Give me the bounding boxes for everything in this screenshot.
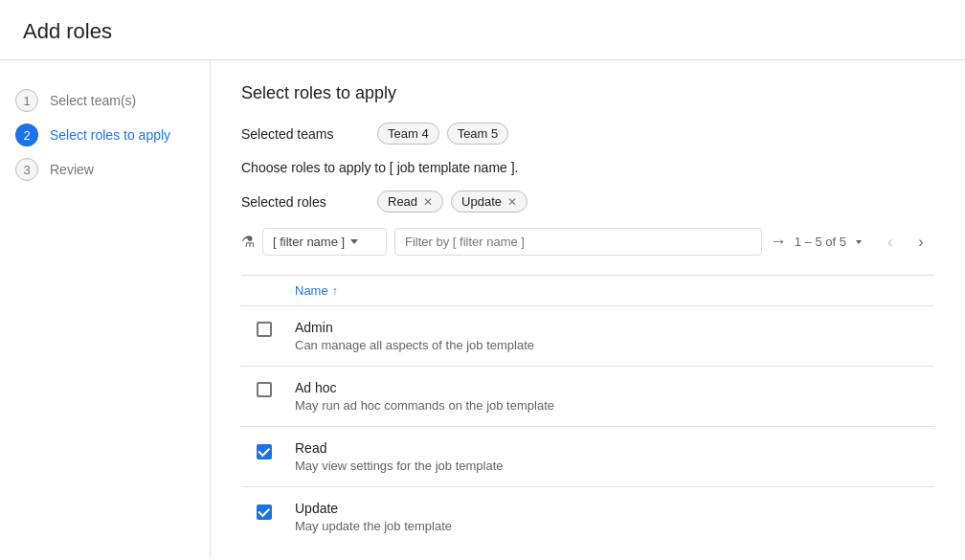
selected-roles-row: Selected roles Read ✕ Update ✕ xyxy=(241,190,934,213)
content-area: Select roles to apply Selected teams Tea… xyxy=(211,60,965,558)
team-chip-1: Team 5 xyxy=(447,123,509,145)
table-row: Update May update the job template xyxy=(241,487,934,547)
filter-icon: ⚗ xyxy=(241,233,255,251)
row-2-name: Read xyxy=(295,440,919,456)
roles-table: Name ↑ Admin Can manage all aspects of t… xyxy=(241,275,934,547)
next-page-button[interactable]: › xyxy=(908,229,934,256)
chevron-down-icon xyxy=(350,239,358,244)
filter-input[interactable] xyxy=(394,228,762,256)
role-chip-1-close[interactable]: ✕ xyxy=(507,195,517,209)
description-text: Choose roles to apply to [ job template … xyxy=(241,160,934,175)
row-2-content: Read May view settings for the job templ… xyxy=(295,440,919,473)
name-column-header[interactable]: Name ↑ xyxy=(295,283,919,298)
step-1-number: 1 xyxy=(15,89,38,112)
row-2-checkbox[interactable] xyxy=(257,444,272,459)
row-1-content: Ad hoc May run ad hoc commands on the jo… xyxy=(295,380,919,413)
filter-submit-arrow[interactable]: → xyxy=(770,232,787,252)
table-row: Admin Can manage all aspects of the job … xyxy=(241,306,934,367)
selected-teams-row: Selected teams Team 4 Team 5 xyxy=(241,123,934,145)
name-column-label: Name xyxy=(295,283,328,298)
filter-name-select[interactable]: [ filter name ] xyxy=(262,228,387,256)
table-header: Name ↑ xyxy=(241,276,934,306)
roles-chips: Read ✕ Update ✕ xyxy=(377,190,527,213)
pagination-nav: ‹ › xyxy=(877,229,934,256)
page-title: Add roles xyxy=(0,0,965,60)
role-chip-1[interactable]: Update ✕ xyxy=(451,190,527,213)
step-3-label: Review xyxy=(50,162,94,177)
filter-row: ⚗ [ filter name ] → 1 – 5 of 5 ‹ › xyxy=(241,228,934,256)
row-0-desc: Can manage all aspects of the job templa… xyxy=(295,338,919,352)
sort-asc-icon: ↑ xyxy=(332,284,338,298)
section-title: Select roles to apply xyxy=(241,83,934,103)
row-1-desc: May run ad hoc commands on the job templ… xyxy=(295,398,919,413)
filter-name-value: [ filter name ] xyxy=(273,235,345,249)
sidebar: 1 Select team(s) 2 Select roles to apply… xyxy=(0,60,211,558)
teams-chips: Team 4 Team 5 xyxy=(377,123,508,145)
step-2-number: 2 xyxy=(15,123,38,146)
table-row: Ad hoc May run ad hoc commands on the jo… xyxy=(241,367,934,427)
row-0-checkbox[interactable] xyxy=(257,322,272,337)
pagination-range: 1 – 5 of 5 xyxy=(795,235,846,249)
row-3-checkbox[interactable] xyxy=(257,504,272,520)
row-2-desc: May view settings for the job template xyxy=(295,459,919,473)
step-1-label: Select team(s) xyxy=(50,93,136,108)
row-1-checkbox-cell[interactable] xyxy=(257,380,295,400)
row-3-checkbox-cell[interactable] xyxy=(257,501,295,520)
team-chip-0-label: Team 4 xyxy=(388,126,429,141)
row-0-content: Admin Can manage all aspects of the job … xyxy=(295,320,919,352)
row-3-name: Update xyxy=(295,501,919,516)
team-chip-1-label: Team 5 xyxy=(458,126,499,141)
role-chip-0-close[interactable]: ✕ xyxy=(423,195,433,209)
sidebar-step-2[interactable]: 2 Select roles to apply xyxy=(15,118,194,152)
row-2-checkbox-cell[interactable] xyxy=(257,440,295,459)
role-chip-0[interactable]: Read ✕ xyxy=(377,190,443,213)
pagination-info: 1 – 5 of 5 xyxy=(795,235,862,249)
selected-roles-label: Selected roles xyxy=(241,194,366,210)
row-3-desc: May update the job template xyxy=(295,519,919,533)
role-chip-1-label: Update xyxy=(461,194,502,209)
row-0-checkbox-cell[interactable] xyxy=(257,320,295,340)
selected-teams-label: Selected teams xyxy=(241,126,366,142)
table-row: Read May view settings for the job templ… xyxy=(241,427,934,487)
row-1-name: Ad hoc xyxy=(295,380,919,395)
sidebar-step-3[interactable]: 3 Review xyxy=(15,152,194,187)
row-3-content: Update May update the job template xyxy=(295,501,919,533)
sidebar-step-1[interactable]: 1 Select team(s) xyxy=(15,83,194,118)
row-0-name: Admin xyxy=(295,320,919,335)
step-3-number: 3 xyxy=(15,158,38,181)
pagination-chevron-icon[interactable] xyxy=(856,240,862,244)
row-1-checkbox[interactable] xyxy=(257,382,272,397)
step-2-label: Select roles to apply xyxy=(50,127,170,143)
team-chip-0: Team 4 xyxy=(377,123,439,145)
role-chip-0-label: Read xyxy=(388,194,417,209)
prev-page-button[interactable]: ‹ xyxy=(877,229,904,256)
